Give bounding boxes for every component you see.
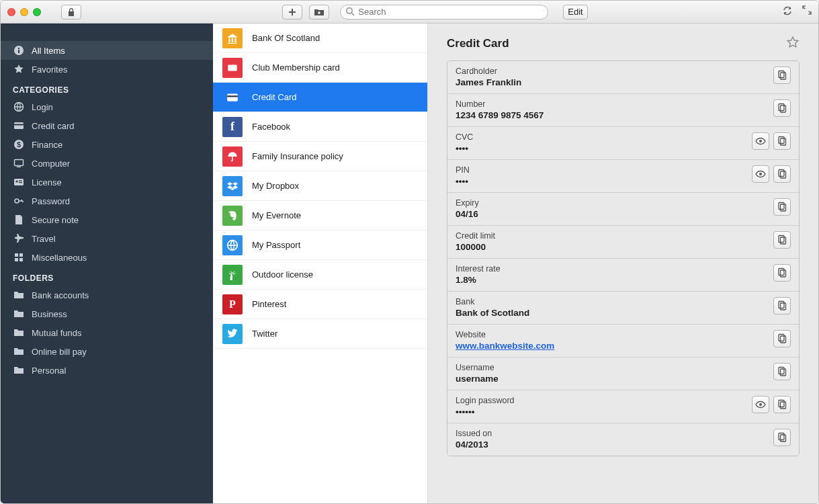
- sidebar-category-miscellaneous[interactable]: Miscellaneous: [1, 248, 213, 267]
- list-item-label: Outdoor license: [252, 269, 313, 280]
- list-item[interactable]: P Pinterest: [213, 290, 427, 319]
- field-label: Expiry: [456, 198, 768, 208]
- sidebar-item-favorites[interactable]: Favorites: [1, 60, 213, 79]
- reveal-button[interactable]: [752, 396, 769, 413]
- copy-button[interactable]: [773, 264, 791, 282]
- sidebar-category-travel[interactable]: Travel: [1, 229, 213, 248]
- edit-button[interactable]: Edit: [563, 5, 587, 19]
- field-actions: [773, 67, 791, 84]
- idcard-icon: [13, 177, 25, 187]
- copy-icon: [777, 399, 787, 410]
- copy-button[interactable]: [773, 429, 791, 446]
- sidebar-category-computer[interactable]: Computer: [1, 154, 213, 173]
- copy-button[interactable]: [773, 330, 791, 347]
- list-item[interactable]: Family Insurance policy: [213, 142, 427, 171]
- sidebar-folder-personal[interactable]: Personal: [1, 361, 213, 380]
- expand-button[interactable]: [802, 5, 812, 18]
- ticket-icon: [222, 58, 243, 78]
- zoom-window-button[interactable]: [33, 8, 41, 16]
- sidebar-category-finance[interactable]: Finance: [1, 135, 213, 154]
- list-item-label: My Evernote: [252, 210, 301, 220]
- sync-button[interactable]: [782, 5, 793, 18]
- sidebar-item-label: Finance: [32, 140, 62, 150]
- sidebar-folder-online-bill-pay[interactable]: Online bill pay: [1, 342, 213, 361]
- list-item[interactable]: Outdoor license: [213, 260, 427, 290]
- list-item-label: My Dropbox: [252, 181, 299, 191]
- add-item-button[interactable]: [282, 5, 302, 19]
- search-field-wrapper: [340, 5, 548, 19]
- sidebar-item-label: Computer: [32, 159, 70, 169]
- field-value: Bank of Scotland: [456, 308, 768, 318]
- minimize-window-button[interactable]: [20, 8, 28, 16]
- copy-button[interactable]: [773, 231, 791, 249]
- p-icon: P: [222, 294, 243, 314]
- list-item-label: Credit Card: [252, 92, 296, 102]
- sync-icon: [782, 5, 793, 16]
- copy-button[interactable]: [773, 363, 791, 380]
- globe-icon: [13, 101, 25, 112]
- copy-icon: [777, 202, 787, 212]
- field-value: ••••: [456, 176, 746, 186]
- folder-plus-icon: [314, 8, 325, 16]
- field-actions: [773, 429, 791, 446]
- field-actions: [752, 396, 791, 413]
- detail-field: Interest rate 1.8%: [447, 258, 799, 291]
- list-item[interactable]: Twitter: [213, 319, 427, 349]
- list-item[interactable]: Bank Of Scotland: [213, 24, 427, 53]
- favorite-toggle[interactable]: [786, 36, 800, 51]
- detail-field: Website www.bankwebsite.com: [447, 324, 799, 357]
- field-value[interactable]: www.bankwebsite.com: [456, 341, 768, 351]
- detail-field: Expiry 04/16: [447, 192, 799, 225]
- copy-button[interactable]: [773, 67, 791, 84]
- sidebar-folder-business[interactable]: Business: [1, 304, 213, 323]
- sidebar-folder-bank-accounts[interactable]: Bank accounts: [1, 286, 213, 304]
- copy-icon: [777, 70, 787, 81]
- sidebar-item-all-items[interactable]: All Items: [1, 41, 213, 60]
- evernote-icon: [222, 206, 243, 226]
- dropbox-icon: [222, 176, 243, 196]
- copy-button[interactable]: [773, 165, 791, 183]
- detail-header: Credit Card: [447, 36, 800, 51]
- list-item[interactable]: My Evernote: [213, 201, 427, 230]
- field-label: Bank: [456, 297, 768, 306]
- plane-icon: [13, 233, 25, 244]
- sidebar-category-credit-card[interactable]: Credit card: [1, 116, 213, 135]
- sidebar-category-login[interactable]: Login: [1, 97, 213, 116]
- list-item[interactable]: My Passport: [213, 230, 427, 260]
- lock-icon: [67, 7, 75, 17]
- copy-button[interactable]: [773, 396, 791, 413]
- copy-button[interactable]: [773, 198, 791, 216]
- field-label: CVC: [456, 132, 746, 142]
- sidebar-category-secure-note[interactable]: Secure note: [1, 210, 213, 229]
- sidebar-item-label: Travel: [32, 234, 56, 244]
- sidebar-category-license[interactable]: License: [1, 173, 213, 192]
- item-list: Bank Of Scotland Club Membership card Cr…: [213, 24, 428, 503]
- list-item-label: Facebook: [252, 122, 290, 132]
- list-item[interactable]: Club Membership card: [213, 53, 427, 83]
- copy-button[interactable]: [773, 99, 791, 117]
- detail-field: PIN ••••: [447, 159, 799, 192]
- field-actions: [773, 99, 791, 117]
- copy-button[interactable]: [773, 132, 791, 150]
- reveal-button[interactable]: [752, 165, 769, 183]
- copy-icon: [777, 300, 787, 311]
- copy-button[interactable]: [773, 297, 791, 314]
- star-icon: [13, 64, 25, 75]
- folder-icon: [13, 308, 25, 319]
- list-item-label: Pinterest: [252, 299, 286, 309]
- lock-button[interactable]: [61, 5, 81, 19]
- new-folder-button[interactable]: [309, 5, 329, 19]
- search-input[interactable]: [340, 5, 548, 19]
- list-item[interactable]: f Facebook: [213, 112, 427, 142]
- sidebar-folder-mutual-funds[interactable]: Mutual funds: [1, 323, 213, 342]
- sidebar-category-password[interactable]: Password: [1, 192, 213, 210]
- detail-field: Number 1234 6789 9875 4567: [447, 93, 799, 126]
- sidebar-heading-folders: FOLDERS: [1, 267, 213, 286]
- reveal-button[interactable]: [752, 132, 769, 150]
- field-label: Username: [456, 363, 768, 372]
- copy-icon: [777, 169, 787, 179]
- close-window-button[interactable]: [7, 8, 15, 16]
- list-item[interactable]: Credit Card: [213, 83, 427, 112]
- detail-field: Issued on 04/2013: [447, 423, 799, 456]
- list-item[interactable]: My Dropbox: [213, 171, 427, 201]
